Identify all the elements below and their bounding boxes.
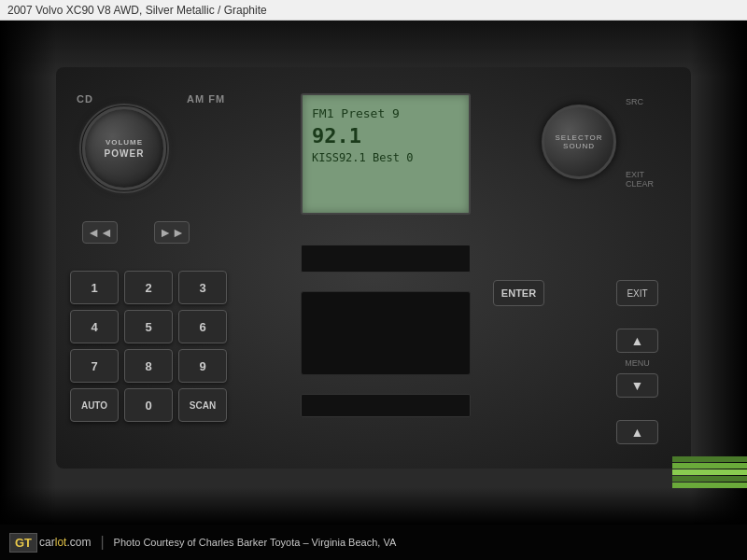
up-icon: ▲ [631,333,644,348]
eject-button[interactable]: ▲ [616,420,658,444]
key-8[interactable]: 8 [124,349,173,383]
key-6[interactable]: 6 [178,310,227,343]
cd-slot-bottom[interactable] [301,394,471,417]
forward-button[interactable]: ►► [154,221,190,244]
exit-label: EXIT [626,170,644,179]
forward-icon: ►► [159,225,185,240]
logo-gt: GT [9,533,37,553]
key-4[interactable]: 4 [70,310,119,343]
decorative-stripes [672,442,747,489]
key-auto[interactable]: AUTO [70,388,119,422]
volume-knob[interactable]: VOLUME POWER [82,106,166,190]
key-scan[interactable]: SCAN [178,388,227,422]
selector-label: SELECTOR [556,133,603,142]
cd-slot-top[interactable] [301,245,471,273]
power-label: POWER [105,148,145,159]
display-screen: FM1 Preset 9 92.1 KISS92.1 Best 0 [301,93,471,215]
key-3[interactable]: 3 [178,271,227,304]
photo-overlay-bottom [0,487,747,525]
stripe-3 [672,469,747,475]
key-0[interactable]: 0 [124,388,173,422]
src-label: SRC [626,97,643,106]
nav-up-button[interactable]: ▲ [616,329,658,353]
key-1[interactable]: 1 [70,271,119,304]
stripe-4 [672,476,747,482]
stripe-2 [672,463,747,469]
photo-credit: Photo Courtesy of Charles Barker Toyota … [114,537,397,548]
title-bar: 2007 Volvo XC90 V8 AWD, Silver Metallic … [0,0,747,21]
selector-knob[interactable]: SELECTOR SOUND [542,105,616,179]
display-line2: 92.1 [312,124,459,147]
volume-label: VOLUME [106,138,143,147]
logo-com: .com [66,536,91,549]
stripe-1 [672,456,747,462]
nav-down-button[interactable]: ▼ [616,373,658,398]
page-title: 2007 Volvo XC90 V8 AWD, Silver Metallic … [7,4,267,17]
rewind-button[interactable]: ◄◄ [82,221,118,244]
keypad: 1 2 3 4 5 6 7 8 9 AUTO 0 SCAN [70,271,227,422]
key-2[interactable]: 2 [124,271,173,304]
logo-lot: lot [55,536,67,549]
exit-button[interactable]: EXIT [616,280,658,306]
bottom-bar: GT car lot .com | Photo Courtesy of Char… [0,525,747,560]
key-5[interactable]: 5 [124,310,173,343]
menu-label: MENU [616,357,658,370]
cd-label: CD [77,93,93,105]
photo-overlay-left [0,21,56,525]
key-7[interactable]: 7 [70,349,119,383]
clear-label: CLEAR [626,179,654,189]
eject-icon: ▲ [631,425,644,440]
gtcarlot-logo: GT car lot .com [9,533,91,553]
down-icon: ▼ [631,378,644,393]
photo-area: CD AM FM VOLUME POWER ◄◄ ►► 1 2 3 4 5 6 … [0,21,747,525]
rewind-icon: ◄◄ [87,225,113,240]
key-9[interactable]: 9 [178,349,227,383]
display-line3: KISS92.1 Best 0 [312,151,459,164]
display-line1: FM1 Preset 9 [312,106,459,120]
storage-pocket [301,291,471,375]
sound-label: SOUND [563,142,595,150]
logo-car: car [39,536,55,549]
enter-button[interactable]: ENTER [493,280,544,306]
amfm-label: AM FM [187,93,225,105]
